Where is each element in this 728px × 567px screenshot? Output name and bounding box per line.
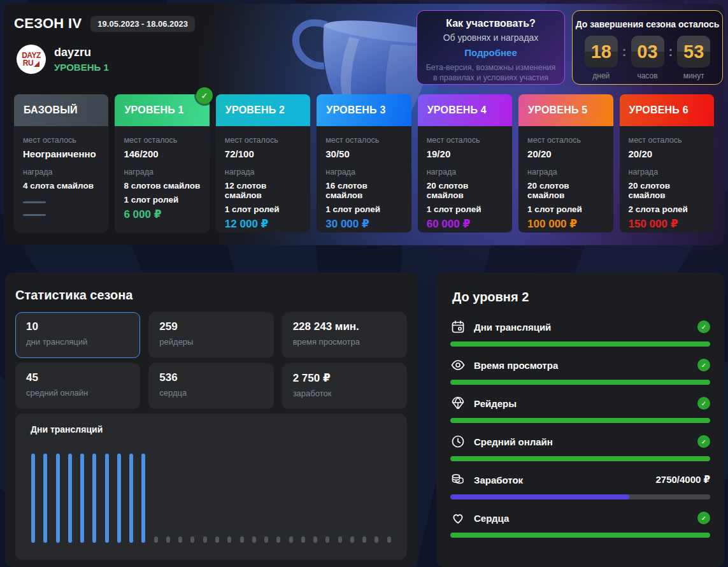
info-subtitle: Об уровнях и наградах (417, 32, 564, 43)
chart-bar-empty (301, 536, 305, 543)
level-card-title: БАЗОВЫЙ (14, 94, 108, 126)
chart-bar-empty (166, 536, 170, 543)
progress-bar-fill (450, 380, 710, 385)
level-card-1: ✓ УРОВЕНЬ 1 мест осталось 146/200 наград… (115, 94, 209, 233)
check-icon: ✓ (697, 320, 710, 333)
check-icon: ✓ (697, 359, 710, 371)
season-title: СЕЗОН IV (14, 15, 82, 32)
progress-row-stream-days: Дни трансляций ✓ (450, 319, 710, 347)
stream-days-chart: Дни трансляций (15, 414, 407, 559)
progress-bar-fill (450, 494, 629, 499)
chart-bar-empty (289, 536, 293, 543)
chart-bar-streamed (68, 454, 72, 543)
level-achieved-check-icon: ✓ (196, 87, 213, 104)
chart-bar-empty (313, 536, 317, 543)
countdown-title: До завершения сезона осталось (573, 19, 722, 29)
level-card-title: УРОВЕНЬ 2 (216, 94, 310, 126)
countdown-hours-label: часов (637, 71, 657, 80)
countdown-separator: : (669, 36, 673, 68)
how-to-participate-panel: Как участвовать? Об уровнях и наградах П… (417, 10, 565, 85)
stat-cards-grid: 10 дни трансляций 259 рейдеры 228 243 ми… (15, 312, 407, 409)
chart-bar-empty (215, 536, 219, 543)
chart-bar-empty (227, 536, 231, 543)
stat-card-hearts[interactable]: 536 сердца (148, 363, 273, 409)
stat-card-earnings[interactable]: 2 750 ₽ заработок (282, 363, 407, 409)
chart-bar-streamed (129, 454, 133, 543)
level-card-6: УРОВЕНЬ 6 мест осталось 20/20 награда 20… (620, 94, 714, 233)
earnings-progress-value: 2750/4000 ₽ (655, 474, 710, 485)
level-card-2: УРОВЕНЬ 2 мест осталось 72/100 награда 1… (216, 94, 310, 233)
level-reward-money: 30 000 ₽ (325, 217, 402, 231)
level-card-4: УРОВЕНЬ 4 мест осталось 19/20 награда 20… (418, 94, 512, 233)
chart-bars (31, 454, 391, 543)
level-card-5: УРОВЕНЬ 5 мест осталось 20/20 награда 20… (518, 94, 613, 233)
stat-card-raiders[interactable]: 259 рейдеры (148, 312, 273, 358)
info-title: Как участвовать? (417, 18, 564, 29)
progress-title: До уровня 2 (452, 290, 710, 305)
progress-row-earnings: Заработок 2750/4000 ₽ (450, 471, 710, 499)
stat-card-watch-time[interactable]: 228 243 мин. время просмотра (282, 312, 407, 358)
details-link[interactable]: Подробнее (417, 47, 564, 58)
chart-bar-empty (325, 536, 329, 543)
heart-icon (450, 510, 466, 526)
chart-bar-empty (375, 536, 378, 543)
page-background: СЕЗОН IV 19.05.2023 - 18.06.2023 DAYZ RU… (0, 0, 728, 567)
user-level-label: УРОВЕНЬ 1 (54, 62, 109, 73)
empty-reward-dash (23, 201, 46, 203)
level-card-title: УРОВЕНЬ 6 (620, 94, 714, 126)
progress-row-raiders: Рейдеры ✓ (450, 395, 710, 423)
level-card-3: УРОВЕНЬ 3 мест осталось 30/50 награда 16… (317, 94, 411, 233)
chart-bar-empty (252, 536, 256, 543)
chart-bar-empty (203, 536, 207, 543)
countdown-days-label: дней (592, 71, 610, 80)
clock-icon (450, 434, 466, 449)
countdown-minutes: 53 (677, 36, 710, 68)
countdown-separator: : (622, 36, 627, 68)
season-date-badge: 19.05.2023 - 18.06.2023 (90, 16, 195, 32)
chart-bar-empty (190, 536, 194, 543)
stats-title: Статистика сезона (15, 288, 417, 303)
chart-bar-streamed (117, 454, 121, 543)
chart-bar-empty (240, 536, 244, 543)
progress-bar-fill (450, 341, 710, 347)
progress-bar-fill (450, 456, 710, 461)
chart-bar-empty (154, 536, 158, 543)
season-countdown-panel: До завершения сезона осталось 18 дней : … (572, 10, 723, 85)
avatar-triangle (34, 61, 39, 67)
chart-bar-streamed (43, 454, 47, 543)
season-stats-panel: Статистика сезона 10 дни трансляций 259 … (5, 273, 417, 567)
chart-bar-empty (178, 536, 182, 543)
eye-icon (450, 357, 466, 373)
chart-bar-streamed (31, 454, 35, 543)
calendar-icon (450, 319, 466, 334)
chart-bar-streamed (141, 454, 145, 543)
progress-bar-fill (450, 418, 710, 423)
level-card-title: УРОВЕНЬ 4 (418, 94, 512, 126)
level-card-base: БАЗОВЫЙ мест осталось Неограниченно нагр… (14, 94, 108, 233)
check-icon: ✓ (697, 435, 710, 448)
countdown-minutes-label: минут (683, 71, 704, 80)
chart-title: Дни трансляций (31, 424, 407, 434)
stat-card-stream-days[interactable]: 10 дни трансляций (15, 312, 140, 358)
progress-row-hearts: Сердца ✓ (450, 510, 710, 538)
level-reward-money: 100 000 ₽ (527, 217, 604, 231)
chart-bar-empty (338, 536, 342, 543)
check-icon: ✓ (697, 397, 710, 410)
chart-bar-streamed (56, 454, 60, 543)
coins-icon (450, 472, 466, 487)
user-name: dayzru (54, 46, 109, 59)
level-cards-row: БАЗОВЫЙ мест осталось Неограниченно нагр… (14, 94, 714, 233)
chart-bar-empty (264, 536, 268, 543)
chart-bar-empty (276, 536, 280, 543)
level-card-title: УРОВЕНЬ 1 (115, 94, 209, 126)
countdown-hours: 03 (631, 36, 664, 68)
level-reward-money: 60 000 ₽ (427, 217, 503, 231)
level-progress-panel: До уровня 2 Дни трансляций ✓ (436, 273, 724, 567)
stat-card-avg-online[interactable]: 45 средний онлайн (15, 363, 140, 409)
check-icon: ✓ (697, 512, 710, 524)
beta-note: Бета-версия, возможны изменения в правил… (417, 63, 564, 83)
chart-bar-streamed (92, 454, 96, 543)
empty-reward-dash (23, 214, 46, 216)
chart-bar-empty (387, 536, 391, 543)
season-hero-panel: СЕЗОН IV 19.05.2023 - 18.06.2023 DAYZ RU… (4, 4, 724, 245)
